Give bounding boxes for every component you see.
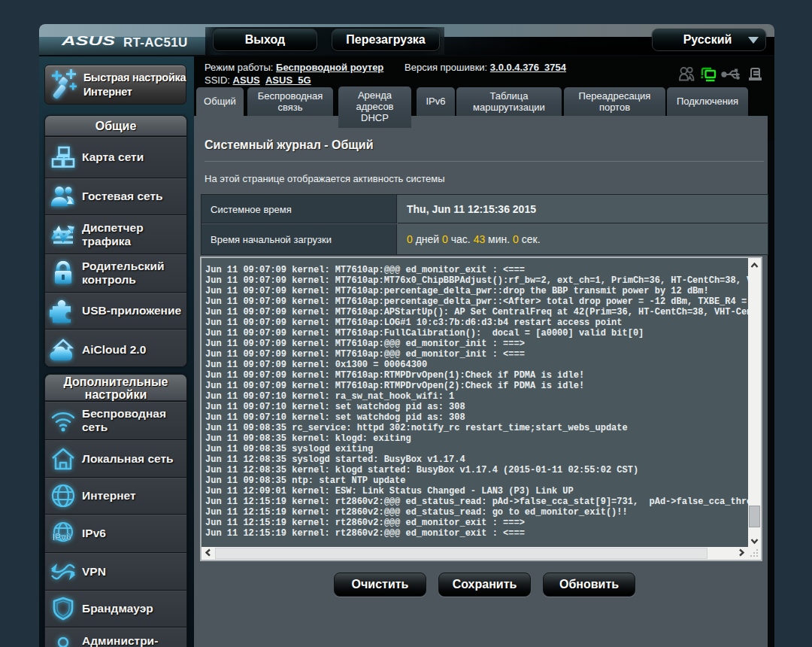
svg-text:IPv6: IPv6: [53, 532, 71, 542]
svg-text:ASUS: ASUS: [60, 34, 115, 47]
